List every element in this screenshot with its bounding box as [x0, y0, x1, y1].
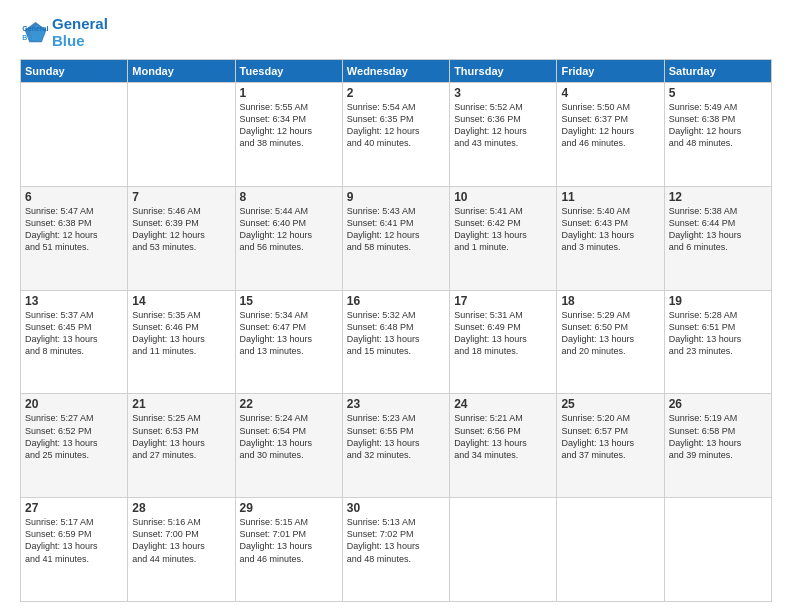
week-row-3: 13Sunrise: 5:37 AM Sunset: 6:45 PM Dayli…	[21, 290, 772, 394]
calendar-cell	[557, 498, 664, 602]
day-info: Sunrise: 5:16 AM Sunset: 7:00 PM Dayligh…	[132, 516, 230, 565]
day-number: 8	[240, 190, 338, 204]
day-info: Sunrise: 5:49 AM Sunset: 6:38 PM Dayligh…	[669, 101, 767, 150]
header: General Blue General Blue	[20, 16, 772, 49]
day-number: 3	[454, 86, 552, 100]
week-row-1: 1Sunrise: 5:55 AM Sunset: 6:34 PM Daylig…	[21, 83, 772, 187]
day-info: Sunrise: 5:34 AM Sunset: 6:47 PM Dayligh…	[240, 309, 338, 358]
day-number: 1	[240, 86, 338, 100]
week-row-5: 27Sunrise: 5:17 AM Sunset: 6:59 PM Dayli…	[21, 498, 772, 602]
day-number: 13	[25, 294, 123, 308]
weekday-header-friday: Friday	[557, 60, 664, 83]
day-number: 4	[561, 86, 659, 100]
calendar-cell: 28Sunrise: 5:16 AM Sunset: 7:00 PM Dayli…	[128, 498, 235, 602]
day-info: Sunrise: 5:43 AM Sunset: 6:41 PM Dayligh…	[347, 205, 445, 254]
day-number: 29	[240, 501, 338, 515]
svg-text:Blue: Blue	[22, 34, 37, 41]
calendar-cell: 16Sunrise: 5:32 AM Sunset: 6:48 PM Dayli…	[342, 290, 449, 394]
calendar-cell: 21Sunrise: 5:25 AM Sunset: 6:53 PM Dayli…	[128, 394, 235, 498]
day-info: Sunrise: 5:27 AM Sunset: 6:52 PM Dayligh…	[25, 412, 123, 461]
day-info: Sunrise: 5:13 AM Sunset: 7:02 PM Dayligh…	[347, 516, 445, 565]
weekday-header-thursday: Thursday	[450, 60, 557, 83]
day-info: Sunrise: 5:17 AM Sunset: 6:59 PM Dayligh…	[25, 516, 123, 565]
day-info: Sunrise: 5:31 AM Sunset: 6:49 PM Dayligh…	[454, 309, 552, 358]
calendar-cell: 30Sunrise: 5:13 AM Sunset: 7:02 PM Dayli…	[342, 498, 449, 602]
day-number: 23	[347, 397, 445, 411]
calendar-cell: 4Sunrise: 5:50 AM Sunset: 6:37 PM Daylig…	[557, 83, 664, 187]
logo-icon: General Blue	[20, 19, 48, 47]
day-info: Sunrise: 5:52 AM Sunset: 6:36 PM Dayligh…	[454, 101, 552, 150]
calendar-cell	[128, 83, 235, 187]
calendar-cell: 25Sunrise: 5:20 AM Sunset: 6:57 PM Dayli…	[557, 394, 664, 498]
day-number: 10	[454, 190, 552, 204]
day-number: 20	[25, 397, 123, 411]
day-number: 6	[25, 190, 123, 204]
calendar-cell: 18Sunrise: 5:29 AM Sunset: 6:50 PM Dayli…	[557, 290, 664, 394]
day-info: Sunrise: 5:21 AM Sunset: 6:56 PM Dayligh…	[454, 412, 552, 461]
calendar-cell: 13Sunrise: 5:37 AM Sunset: 6:45 PM Dayli…	[21, 290, 128, 394]
calendar-cell: 11Sunrise: 5:40 AM Sunset: 6:43 PM Dayli…	[557, 186, 664, 290]
calendar-cell: 22Sunrise: 5:24 AM Sunset: 6:54 PM Dayli…	[235, 394, 342, 498]
day-number: 5	[669, 86, 767, 100]
day-info: Sunrise: 5:40 AM Sunset: 6:43 PM Dayligh…	[561, 205, 659, 254]
day-info: Sunrise: 5:35 AM Sunset: 6:46 PM Dayligh…	[132, 309, 230, 358]
logo: General Blue General Blue	[20, 16, 108, 49]
day-number: 27	[25, 501, 123, 515]
weekday-header-sunday: Sunday	[21, 60, 128, 83]
day-number: 14	[132, 294, 230, 308]
day-info: Sunrise: 5:47 AM Sunset: 6:38 PM Dayligh…	[25, 205, 123, 254]
day-number: 7	[132, 190, 230, 204]
weekday-header-row: SundayMondayTuesdayWednesdayThursdayFrid…	[21, 60, 772, 83]
day-info: Sunrise: 5:24 AM Sunset: 6:54 PM Dayligh…	[240, 412, 338, 461]
calendar-cell: 9Sunrise: 5:43 AM Sunset: 6:41 PM Daylig…	[342, 186, 449, 290]
calendar-cell: 23Sunrise: 5:23 AM Sunset: 6:55 PM Dayli…	[342, 394, 449, 498]
day-number: 25	[561, 397, 659, 411]
calendar-cell	[21, 83, 128, 187]
calendar-cell: 19Sunrise: 5:28 AM Sunset: 6:51 PM Dayli…	[664, 290, 771, 394]
day-number: 22	[240, 397, 338, 411]
day-number: 26	[669, 397, 767, 411]
calendar-cell: 3Sunrise: 5:52 AM Sunset: 6:36 PM Daylig…	[450, 83, 557, 187]
calendar-cell: 1Sunrise: 5:55 AM Sunset: 6:34 PM Daylig…	[235, 83, 342, 187]
day-info: Sunrise: 5:50 AM Sunset: 6:37 PM Dayligh…	[561, 101, 659, 150]
weekday-header-wednesday: Wednesday	[342, 60, 449, 83]
day-number: 18	[561, 294, 659, 308]
day-info: Sunrise: 5:54 AM Sunset: 6:35 PM Dayligh…	[347, 101, 445, 150]
calendar-cell: 17Sunrise: 5:31 AM Sunset: 6:49 PM Dayli…	[450, 290, 557, 394]
calendar-cell: 14Sunrise: 5:35 AM Sunset: 6:46 PM Dayli…	[128, 290, 235, 394]
day-info: Sunrise: 5:25 AM Sunset: 6:53 PM Dayligh…	[132, 412, 230, 461]
weekday-header-tuesday: Tuesday	[235, 60, 342, 83]
weekday-header-saturday: Saturday	[664, 60, 771, 83]
day-number: 2	[347, 86, 445, 100]
day-number: 24	[454, 397, 552, 411]
weekday-header-monday: Monday	[128, 60, 235, 83]
calendar-cell: 7Sunrise: 5:46 AM Sunset: 6:39 PM Daylig…	[128, 186, 235, 290]
calendar-cell	[450, 498, 557, 602]
day-number: 11	[561, 190, 659, 204]
day-number: 12	[669, 190, 767, 204]
calendar-cell: 10Sunrise: 5:41 AM Sunset: 6:42 PM Dayli…	[450, 186, 557, 290]
day-number: 30	[347, 501, 445, 515]
calendar-cell: 20Sunrise: 5:27 AM Sunset: 6:52 PM Dayli…	[21, 394, 128, 498]
day-info: Sunrise: 5:32 AM Sunset: 6:48 PM Dayligh…	[347, 309, 445, 358]
calendar-cell: 2Sunrise: 5:54 AM Sunset: 6:35 PM Daylig…	[342, 83, 449, 187]
day-info: Sunrise: 5:41 AM Sunset: 6:42 PM Dayligh…	[454, 205, 552, 254]
week-row-2: 6Sunrise: 5:47 AM Sunset: 6:38 PM Daylig…	[21, 186, 772, 290]
day-number: 28	[132, 501, 230, 515]
day-info: Sunrise: 5:55 AM Sunset: 6:34 PM Dayligh…	[240, 101, 338, 150]
day-number: 17	[454, 294, 552, 308]
day-info: Sunrise: 5:19 AM Sunset: 6:58 PM Dayligh…	[669, 412, 767, 461]
calendar-cell: 6Sunrise: 5:47 AM Sunset: 6:38 PM Daylig…	[21, 186, 128, 290]
calendar-cell: 29Sunrise: 5:15 AM Sunset: 7:01 PM Dayli…	[235, 498, 342, 602]
day-info: Sunrise: 5:37 AM Sunset: 6:45 PM Dayligh…	[25, 309, 123, 358]
day-number: 19	[669, 294, 767, 308]
day-number: 15	[240, 294, 338, 308]
svg-text:General: General	[22, 25, 48, 32]
day-info: Sunrise: 5:15 AM Sunset: 7:01 PM Dayligh…	[240, 516, 338, 565]
calendar-table: SundayMondayTuesdayWednesdayThursdayFrid…	[20, 59, 772, 602]
day-info: Sunrise: 5:20 AM Sunset: 6:57 PM Dayligh…	[561, 412, 659, 461]
calendar-cell: 27Sunrise: 5:17 AM Sunset: 6:59 PM Dayli…	[21, 498, 128, 602]
page: General Blue General Blue SundayMondayTu…	[0, 0, 792, 612]
calendar-cell: 26Sunrise: 5:19 AM Sunset: 6:58 PM Dayli…	[664, 394, 771, 498]
calendar-cell: 12Sunrise: 5:38 AM Sunset: 6:44 PM Dayli…	[664, 186, 771, 290]
